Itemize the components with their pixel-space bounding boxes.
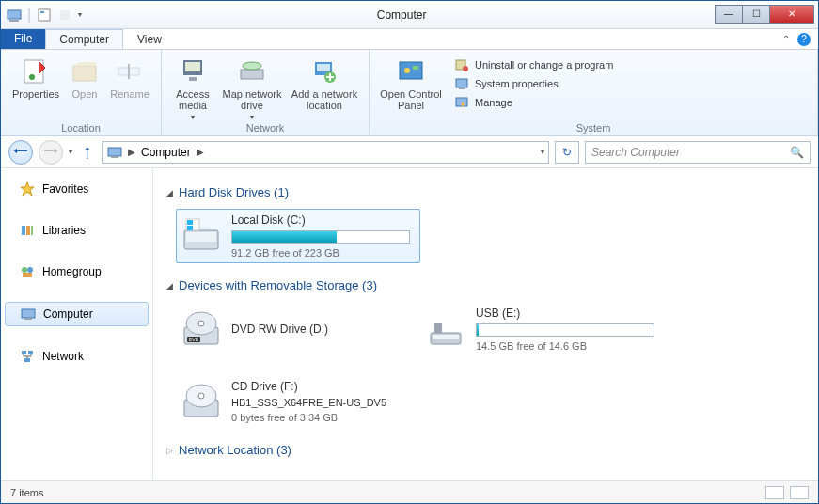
back-button[interactable]: ⭠	[8, 140, 33, 165]
refresh-button[interactable]: ↻	[555, 141, 579, 164]
search-box[interactable]: Search Computer 🔍	[585, 141, 811, 164]
svg-point-34	[27, 267, 33, 273]
app-icon	[7, 8, 22, 23]
forward-button[interactable]: ⭢	[39, 140, 63, 165]
svg-rect-52	[434, 323, 442, 333]
svg-rect-38	[22, 351, 26, 354]
open-control-panel-button[interactable]: Open Control Panel	[377, 54, 445, 122]
history-dropdown-icon[interactable]: ▾	[69, 148, 72, 156]
svg-rect-4	[60, 10, 70, 20]
section-removable[interactable]: ◢ Devices with Removable Storage (3)	[166, 278, 805, 292]
svg-rect-12	[185, 62, 200, 71]
sysprops-label: System properties	[475, 78, 559, 89]
svg-rect-17	[317, 64, 330, 71]
add-location-label: Add a network location	[289, 88, 360, 111]
disclose-netloc-icon: ▷	[166, 446, 173, 455]
svg-rect-36	[22, 309, 35, 318]
svg-point-15	[243, 62, 261, 70]
svg-rect-53	[433, 335, 459, 339]
group-network-label: Network	[169, 122, 361, 135]
icons-view-button[interactable]	[790, 486, 809, 499]
svg-rect-3	[40, 11, 44, 13]
access-media-button[interactable]: Access media ▾	[169, 54, 216, 122]
qat-dropdown-icon[interactable]: ▾	[78, 10, 82, 19]
section-netloc[interactable]: ▷ Network Location (3)	[166, 443, 805, 457]
drive-usb[interactable]: USB (E:) 14.5 GB free of 14.6 GB	[420, 302, 665, 356]
system-properties-link[interactable]: System properties	[454, 76, 613, 91]
titlebar: | ▾ Computer — ☐ ✕	[1, 1, 818, 29]
drive-cd-name: CD Drive (F:)	[231, 380, 416, 393]
access-media-icon	[178, 56, 208, 87]
open-label: Open	[72, 88, 98, 100]
computer-breadcrumb-icon	[107, 145, 122, 160]
svg-marker-8	[73, 62, 96, 66]
undo-qat-icon[interactable]	[57, 8, 72, 23]
minimize-button[interactable]: —	[715, 5, 743, 24]
computer-icon	[21, 307, 36, 322]
minimize-ribbon-icon[interactable]: ⌃	[782, 34, 790, 44]
open-button[interactable]: Open	[65, 54, 104, 122]
svg-point-48	[198, 321, 204, 326]
access-media-label: Access media	[170, 88, 215, 111]
rename-button[interactable]: Rename	[106, 54, 153, 122]
svg-rect-30	[22, 226, 25, 235]
section-netloc-label: Network Location (3)	[179, 443, 291, 457]
nav-favorites[interactable]: Favorites	[1, 178, 152, 200]
properties-button[interactable]: Properties	[8, 54, 63, 122]
drive-c-name: Local Disk (C:)	[231, 213, 416, 227]
breadcrumb-sep-icon[interactable]: ▶	[128, 147, 135, 157]
breadcrumb-computer[interactable]: Computer	[141, 146, 191, 159]
star-icon	[20, 181, 35, 197]
nav-homegroup[interactable]: Homegroup	[1, 260, 152, 283]
map-drive-label: Map network drive	[219, 88, 285, 111]
section-hdd[interactable]: ◢ Hard Disk Drives (1)	[166, 185, 805, 199]
uninstall-icon	[454, 57, 469, 72]
window-title: Computer	[87, 8, 716, 22]
manage-link[interactable]: Manage	[454, 95, 613, 110]
group-location-label: Location	[8, 122, 153, 135]
help-icon[interactable]: ?	[797, 33, 811, 46]
svg-rect-28	[111, 156, 118, 158]
search-placeholder: Search Computer	[591, 146, 680, 159]
svg-rect-42	[186, 232, 216, 242]
svg-rect-10	[128, 64, 130, 79]
view-tab[interactable]: View	[123, 29, 176, 49]
drive-usb-bar	[476, 323, 654, 337]
section-hdd-label: Hard Disk Drives (1)	[179, 185, 289, 199]
uninstall-link[interactable]: Uninstall or change a program	[454, 57, 613, 72]
rename-icon	[115, 56, 145, 87]
up-button[interactable]: ⭡	[78, 143, 97, 162]
maximize-button[interactable]: ☐	[742, 5, 770, 24]
nav-network[interactable]: Network	[1, 345, 152, 368]
nav-libraries[interactable]: Libraries	[1, 219, 152, 242]
add-network-location-button[interactable]: Add a network location	[288, 54, 361, 122]
drive-c[interactable]: Local Disk (C:) 91.2 GB free of 223 GB	[176, 209, 420, 263]
svg-rect-27	[108, 148, 121, 156]
details-view-button[interactable]	[765, 486, 784, 499]
manage-label: Manage	[475, 97, 512, 108]
dvd-icon: DVD	[181, 308, 222, 350]
section-removable-label: Devices with Removable Storage (3)	[179, 278, 377, 292]
group-network: Access media ▾ Map network drive ▾ Add a…	[162, 50, 370, 135]
nav-computer-label: Computer	[43, 307, 93, 321]
properties-label: Properties	[12, 88, 59, 100]
close-button[interactable]: ✕	[769, 5, 814, 24]
properties-qat-icon[interactable]	[37, 8, 52, 23]
svg-point-23	[463, 66, 468, 71]
drive-dvd[interactable]: DVD DVD RW Drive (D:)	[176, 302, 392, 356]
svg-rect-31	[26, 226, 30, 235]
qat-separator: |	[27, 7, 31, 24]
breadcrumb-sep2-icon[interactable]: ▶	[197, 147, 204, 157]
ribbon-tabs: File Computer View ⌃ ?	[1, 29, 818, 50]
address-bar[interactable]: ▶ Computer ▶ ▾	[102, 141, 549, 164]
sysprops-icon	[454, 76, 469, 91]
addr-drop-icon[interactable]: ▾	[541, 148, 544, 156]
svg-point-33	[22, 267, 27, 273]
svg-rect-21	[413, 66, 418, 70]
drive-cd[interactable]: CD Drive (F:) HB1_SSS_X64FRE_EN-US_DV5 0…	[176, 375, 420, 428]
file-tab[interactable]: File	[1, 29, 45, 49]
svg-rect-19	[400, 62, 422, 79]
nav-computer[interactable]: Computer	[5, 302, 149, 326]
map-drive-button[interactable]: Map network drive ▾	[218, 54, 286, 122]
computer-tab[interactable]: Computer	[45, 29, 123, 49]
